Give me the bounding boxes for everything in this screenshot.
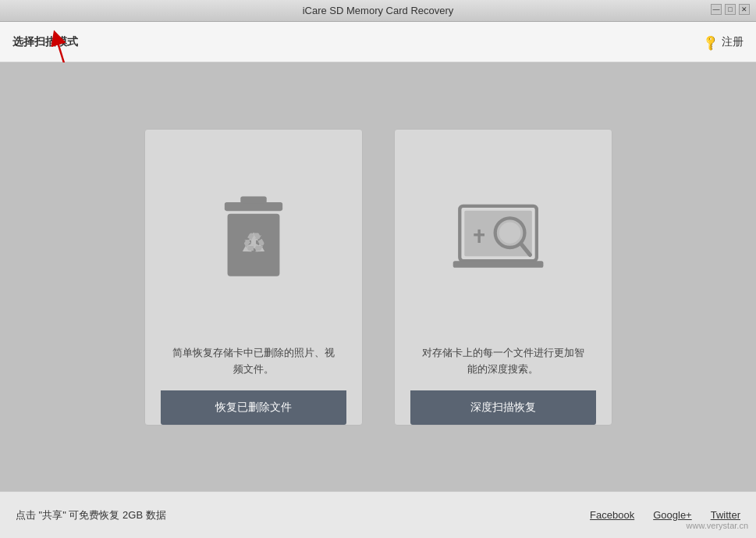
share-promo-text: 点击 "共享" 可免费恢复 2GB 数据: [16, 508, 166, 522]
toolbar-left: 选择扫描模式: [12, 35, 78, 49]
card-1-description: 简单恢复存储卡中已删除的照片、视频文件。: [161, 333, 346, 390]
svg-rect-3: [240, 196, 266, 203]
svg-rect-8: [453, 261, 543, 268]
svg-text:♻: ♻: [241, 227, 265, 258]
recycle-trash-icon: ♻: [207, 192, 300, 294]
card-2-description: 对存储卡上的每一个文件进行更加智能的深度搜索。: [410, 333, 596, 390]
recover-deleted-button[interactable]: 恢复已删除文件: [161, 390, 346, 425]
svg-rect-9: [477, 230, 480, 243]
deep-scan-card[interactable]: 对存储卡上的每一个文件进行更加智能的深度搜索。 深度扫描恢复: [394, 129, 612, 426]
register-button[interactable]: 🔑 注册: [704, 35, 744, 49]
minimize-button[interactable]: —: [711, 4, 722, 15]
toolbar: 选择扫描模式 🔑 注册: [0, 22, 756, 62]
card-icon-area-2: [449, 153, 558, 333]
deep-scan-button[interactable]: 深度扫描恢复: [410, 390, 596, 425]
svg-rect-10: [474, 233, 484, 236]
twitter-link[interactable]: Twitter: [711, 509, 740, 521]
window-controls: — □ ✕: [711, 4, 750, 15]
googleplus-link[interactable]: Google+: [653, 509, 692, 521]
scan-mode-label: 选择扫描模式: [12, 35, 78, 49]
recover-deleted-card[interactable]: ♻ 简单恢复存储卡中已删除的照片、视频文件。 恢复已删除文件: [144, 129, 363, 426]
social-links: Facebook Google+ Twitter: [590, 509, 740, 521]
register-label: 注册: [722, 35, 744, 49]
maximize-button[interactable]: □: [725, 4, 736, 15]
card-icon-area-1: ♻: [207, 153, 300, 333]
facebook-link[interactable]: Facebook: [590, 509, 634, 521]
main-content: ♻ 简单恢复存储卡中已删除的照片、视频文件。 恢复已删除文件: [0, 62, 756, 491]
deep-scan-icon: [449, 196, 558, 290]
toolbar-right: 🔑 注册: [704, 35, 744, 49]
key-icon: 🔑: [701, 33, 719, 51]
title-bar: iCare SD Memory Card Recovery — □ ✕: [0, 0, 756, 22]
bottom-bar: 点击 "共享" 可免费恢复 2GB 数据 Facebook Google+ Tw…: [0, 491, 756, 538]
app-title: iCare SD Memory Card Recovery: [303, 5, 454, 16]
svg-point-12: [499, 222, 520, 243]
close-button[interactable]: ✕: [739, 4, 750, 15]
